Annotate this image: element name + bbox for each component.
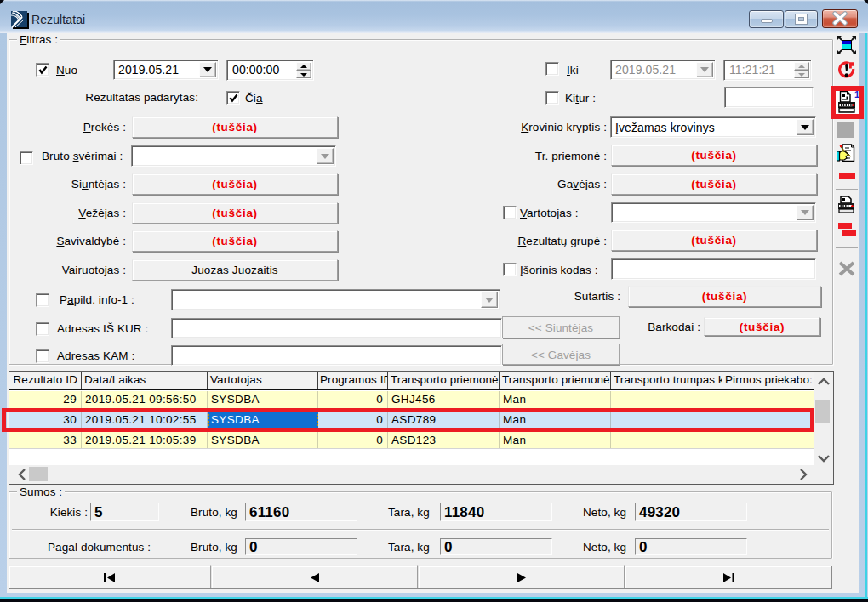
svg-text:1: 1 <box>854 91 859 99</box>
